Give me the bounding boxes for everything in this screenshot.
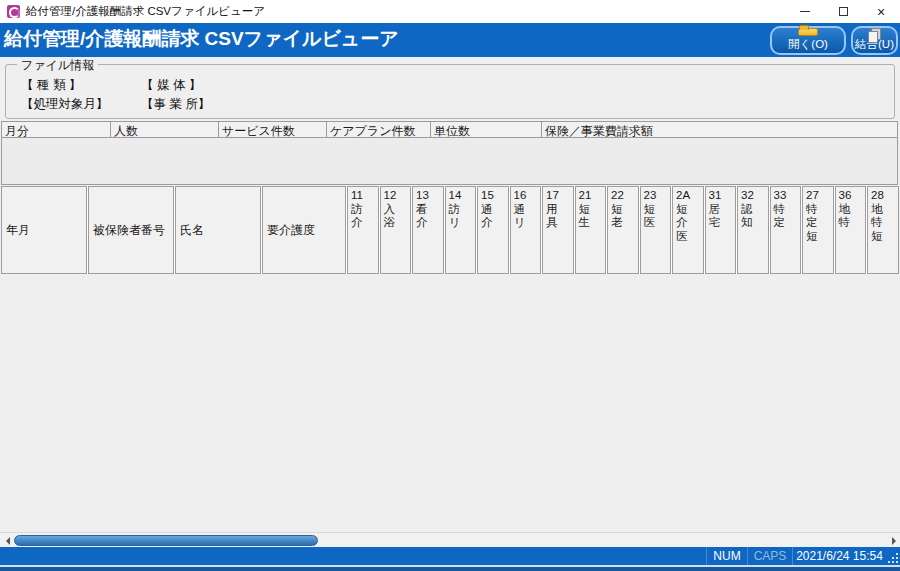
- detail-col-23[interactable]: 23 短 医: [640, 186, 672, 274]
- titlebar: 給付管理/介護報酬請求 CSVファイルビューア ×: [0, 0, 900, 23]
- window-controls: ×: [786, 0, 900, 23]
- titlebar-title: 給付管理/介護報酬請求 CSVファイルビューア: [26, 4, 265, 19]
- detail-col-32[interactable]: 32 認 知: [737, 186, 769, 274]
- detail-col-16[interactable]: 16 通 リ: [510, 186, 542, 274]
- scroll-right-button[interactable]: [888, 535, 899, 547]
- detail-col-11[interactable]: 11 訪 介: [347, 186, 379, 274]
- detail-col-12[interactable]: 12 入 浴: [380, 186, 412, 274]
- detail-table-header: 年月 被保険者番号 氏名 要介護度 11 訪 介 12 入 浴 13 看 介 1…: [1, 186, 899, 274]
- status-bar: NUM CAPS 2021/6/24 15:54: [0, 547, 900, 565]
- open-button-label: 開く(O): [788, 37, 828, 52]
- detail-col-name[interactable]: 氏名: [175, 186, 261, 274]
- app-header: 給付管理/介護報酬請求 CSVファイルビューア 開く(O) 結合(U): [0, 23, 900, 57]
- merge-button[interactable]: 結合(U): [851, 26, 898, 55]
- detail-col-36[interactable]: 36 地 特: [835, 186, 867, 274]
- file-info-groupbox: ファイル情報 【 種 類 】 【 媒 体 】 【処理対象月】 【事 業 所】: [5, 64, 895, 119]
- detail-col-insured-number[interactable]: 被保険者番号: [88, 186, 174, 274]
- detail-col-21[interactable]: 21 短 生: [575, 186, 607, 274]
- resize-grip[interactable]: [886, 547, 900, 565]
- close-button[interactable]: ×: [862, 0, 900, 23]
- app-window: 給付管理/介護報酬請求 CSVファイルビューア × 給付管理/介護報酬請求 CS…: [0, 0, 900, 571]
- detail-col-14[interactable]: 14 訪 リ: [445, 186, 477, 274]
- minimize-icon: [800, 11, 810, 12]
- scrollbar-thumb[interactable]: [14, 535, 318, 546]
- summary-col-units[interactable]: 単位数: [431, 122, 542, 137]
- minimize-button[interactable]: [786, 0, 824, 23]
- file-info-title: ファイル情報: [17, 57, 98, 74]
- summary-col-careplan-count[interactable]: ケアプラン件数: [327, 122, 431, 137]
- summary-col-billing-amount[interactable]: 保険／事業費請求額: [542, 122, 897, 137]
- status-datetime: 2021/6/24 15:54: [792, 547, 886, 565]
- status-num-lock: NUM: [706, 547, 747, 565]
- detail-col-2A[interactable]: 2A 短 介 医: [672, 186, 704, 274]
- close-icon: ×: [877, 5, 885, 19]
- summary-table: 月分 人数 サービス件数 ケアプラン件数 単位数 保険／事業費請求額: [1, 121, 898, 185]
- detail-col-22[interactable]: 22 短 老: [607, 186, 639, 274]
- summary-table-header: 月分 人数 サービス件数 ケアプラン件数 単位数 保険／事業費請求額: [2, 122, 897, 138]
- header-buttons: 開く(O) 結合(U): [770, 26, 898, 55]
- summary-col-service-count[interactable]: サービス件数: [219, 122, 327, 137]
- open-button[interactable]: 開く(O): [770, 26, 846, 55]
- detail-col-31[interactable]: 31 居 宅: [705, 186, 737, 274]
- detail-col-15[interactable]: 15 通 介: [477, 186, 509, 274]
- horizontal-scrollbar[interactable]: [0, 532, 900, 547]
- detail-col-17[interactable]: 17 用 具: [542, 186, 574, 274]
- summary-col-people[interactable]: 人数: [111, 122, 219, 137]
- window-border-dark: [0, 567, 900, 571]
- detail-col-13[interactable]: 13 看 介: [412, 186, 444, 274]
- status-caps-lock: CAPS: [747, 547, 792, 565]
- page-title: 給付管理/介護報酬請求 CSVファイルビューア: [4, 26, 399, 52]
- scroll-right-icon: [892, 537, 896, 545]
- detail-col-28[interactable]: 28 地 特 短: [867, 186, 899, 274]
- scroll-left-button[interactable]: [2, 535, 13, 547]
- file-media-label: 【 媒 体 】: [141, 77, 201, 94]
- office-label: 【事 業 所】: [141, 96, 210, 113]
- summary-col-month[interactable]: 月分: [2, 122, 111, 137]
- detail-col-33[interactable]: 33 特 定: [770, 186, 802, 274]
- target-month-label: 【処理対象月】: [21, 96, 109, 113]
- resize-grip-icon: [888, 553, 898, 563]
- merge-documents-icon: [868, 28, 881, 36]
- folder-open-icon: [798, 28, 818, 36]
- detail-col-yearmonth[interactable]: 年月: [1, 186, 87, 274]
- file-kind-label: 【 種 類 】: [21, 77, 81, 94]
- maximize-icon: [839, 7, 848, 16]
- maximize-button[interactable]: [824, 0, 862, 23]
- detail-col-27[interactable]: 27 特 定 短: [802, 186, 834, 274]
- app-icon: [7, 5, 20, 18]
- scroll-left-icon: [6, 537, 10, 545]
- detail-col-care-level[interactable]: 要介護度: [262, 186, 346, 274]
